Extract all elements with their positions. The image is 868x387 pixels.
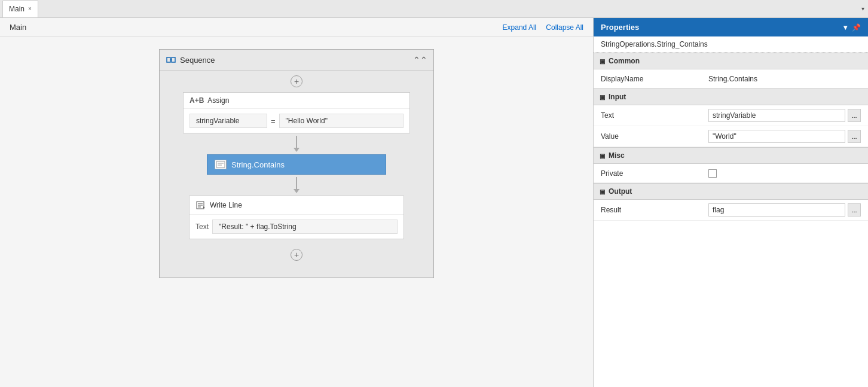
tab-label: Main — [9, 5, 25, 13]
section-misc-header: ▣ Misc — [594, 147, 868, 164]
string-contains-box[interactable]: String.Contains — [207, 154, 386, 175]
section-misc-label: Misc — [609, 151, 625, 160]
canvas-content: Sequence ⌃⌃ + A+B — [0, 37, 593, 387]
prop-row-text: Text ... — [594, 105, 868, 126]
collapse-sequence-button[interactable]: ⌃⌃ — [413, 55, 427, 65]
prop-result-label: Result — [601, 206, 708, 214]
prop-result-value: ... — [708, 203, 861, 217]
section-output-label: Output — [609, 187, 632, 196]
canvas-actions: Expand All Collapse All — [503, 23, 583, 32]
prop-row-result: Result ... — [594, 200, 868, 221]
assign-box[interactable]: A+B Assign stringVariable = "Hello World… — [183, 92, 410, 133]
section-common-toggle[interactable]: ▣ — [600, 58, 605, 65]
section-common-label: Common — [609, 57, 640, 65]
writeline-icon — [195, 200, 206, 211]
section-input-label: Input — [609, 93, 626, 101]
assign-body: stringVariable = "Hello World" — [184, 109, 409, 133]
string-contains-icon — [215, 160, 227, 169]
prop-displayname-label: DisplayName — [601, 75, 708, 83]
svg-rect-0 — [167, 57, 170, 62]
section-input-header: ▣ Input — [594, 89, 868, 105]
writeline-label: Write Line — [210, 201, 242, 209]
add-btn-bottom-container: + — [160, 239, 433, 266]
prop-private-value — [708, 169, 861, 178]
tab-close-button[interactable]: × — [28, 6, 32, 12]
writeline-wrapper: Write Line Text "Result: " + flag.ToStri… — [160, 196, 433, 239]
prop-row-value: Value ... — [594, 126, 868, 147]
connector-arrow-2 — [294, 189, 299, 193]
prop-text-label: Text — [601, 111, 708, 120]
prop-result-browse-button[interactable]: ... — [848, 203, 861, 217]
connector-1 — [160, 133, 433, 154]
connector-2 — [160, 175, 433, 196]
canvas-area: Main Expand All Collapse All — [0, 18, 593, 387]
svg-rect-3 — [216, 161, 225, 167]
expand-all-button[interactable]: Expand All — [503, 23, 537, 32]
breadcrumb: Main — [10, 23, 26, 32]
connector-line-2 — [296, 177, 297, 189]
properties-pin-button[interactable]: 📌 — [852, 23, 861, 32]
workflow-container: Sequence ⌃⌃ + A+B — [147, 49, 446, 375]
assign-variable: stringVariable — [190, 114, 267, 128]
add-btn-top-container: + — [160, 71, 433, 92]
section-misc-toggle[interactable]: ▣ — [600, 153, 605, 159]
prop-value-input[interactable] — [708, 130, 845, 143]
properties-subheader: StringOperations.String_Contains — [594, 36, 868, 53]
properties-title: Properties — [601, 23, 639, 32]
assign-value: "Hello World" — [279, 114, 404, 128]
canvas-toolbar: Main Expand All Collapse All — [0, 18, 593, 37]
writeline-body: Text "Result: " + flag.ToString — [190, 215, 404, 239]
tab-dropdown-button[interactable]: ▾ — [861, 5, 868, 12]
add-activity-top-button[interactable]: + — [291, 75, 302, 87]
connector-line-1 — [296, 136, 297, 148]
prop-value-value: ... — [708, 130, 861, 143]
assign-header: A+B Assign — [184, 93, 409, 109]
string-contains-label: String.Contains — [231, 160, 285, 169]
sequence-label: Sequence — [180, 56, 215, 65]
section-output-header: ▣ Output — [594, 183, 868, 200]
svg-rect-1 — [172, 57, 175, 62]
prop-text-browse-button[interactable]: ... — [848, 109, 861, 122]
writeline-header: Write Line — [190, 196, 404, 215]
section-input-toggle[interactable]: ▣ — [600, 94, 605, 100]
writeline-text-label: Text — [195, 223, 209, 231]
add-activity-bottom-button[interactable]: + — [291, 249, 302, 261]
prop-private-label: Private — [601, 169, 708, 178]
sequence-icon — [166, 54, 176, 65]
string-contains-wrapper: String.Contains — [160, 154, 433, 175]
properties-panel: Properties ▾ 📌 StringOperations.String_C… — [593, 18, 868, 387]
collapse-all-button[interactable]: Collapse All — [546, 23, 583, 32]
assign-equals: = — [271, 117, 276, 126]
writeline-text-value: "Result: " + flag.ToString — [212, 220, 398, 234]
assign-icon: A+B — [190, 96, 204, 105]
properties-dropdown-button[interactable]: ▾ — [843, 23, 847, 32]
sequence-box: Sequence ⌃⌃ + A+B — [159, 49, 434, 278]
section-output-toggle[interactable]: ▣ — [600, 188, 605, 195]
assign-wrapper: A+B Assign stringVariable = "Hello World… — [160, 92, 433, 133]
prop-row-private: Private — [594, 164, 868, 183]
prop-displayname-value: String.Contains — [708, 75, 861, 83]
prop-value-label: Value — [601, 132, 708, 141]
main-tab[interactable]: Main × — [2, 1, 38, 17]
sequence-header: Sequence ⌃⌃ — [160, 50, 433, 71]
properties-body: ▣ Common DisplayName String.Contains ▣ I… — [594, 53, 868, 387]
writeline-box[interactable]: Write Line Text "Result: " + flag.ToStri… — [189, 196, 404, 239]
prop-result-input[interactable] — [708, 203, 845, 217]
prop-text-input[interactable] — [708, 109, 845, 122]
prop-displayname-text: String.Contains — [708, 75, 757, 83]
properties-header: Properties ▾ 📌 — [594, 18, 868, 36]
assign-label: Assign — [207, 96, 229, 105]
prop-value-browse-button[interactable]: ... — [848, 130, 861, 143]
connector-arrow-1 — [294, 148, 299, 152]
prop-text-value: ... — [708, 109, 861, 122]
properties-header-actions: ▾ 📌 — [843, 23, 861, 32]
main-layout: Main Expand All Collapse All — [0, 18, 868, 387]
prop-row-displayname: DisplayName String.Contains — [594, 69, 868, 89]
tab-bar: Main × ▾ — [0, 0, 868, 18]
section-common-header: ▣ Common — [594, 53, 868, 69]
sequence-title-area: Sequence — [166, 54, 215, 65]
prop-private-checkbox[interactable] — [708, 169, 717, 178]
